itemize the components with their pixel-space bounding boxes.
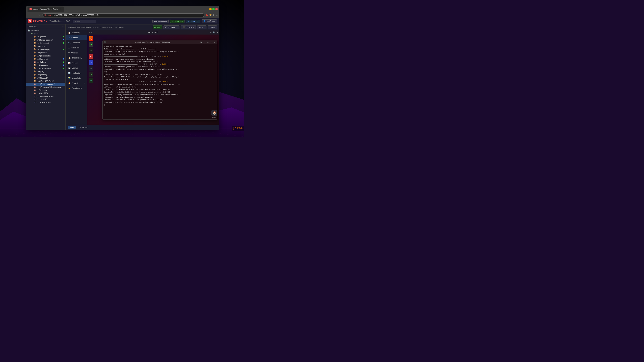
nav-item-replication[interactable]: 🔄 Replication bbox=[66, 70, 87, 75]
replication-icon: 🔄 bbox=[68, 72, 70, 74]
sidebar-item-108[interactable]: 📦 108 (TrueNAS-Scale) bbox=[26, 79, 66, 83]
extension-icon[interactable]: 🦁 bbox=[209, 14, 212, 16]
sidebar-item-datacenter[interactable]: 🏢 Datacenter bbox=[26, 29, 66, 32]
sidebar-item-118[interactable]: 🖥 118 (VM 118) bbox=[26, 92, 66, 95]
sidebar-item-109[interactable]: 📦 109 (ansible) bbox=[26, 51, 66, 54]
reload-button[interactable]: ↻ bbox=[38, 13, 41, 17]
terminal-body[interactable]: 4_x86_64.whl.metadata (14 kB) Collecting… bbox=[103, 44, 217, 119]
sidebar-item-localnetwork[interactable]: 🗄 localnetwork (ayush) bbox=[26, 95, 66, 98]
tab-close-btn[interactable]: ✕ bbox=[59, 8, 62, 10]
sidebar-item-110[interactable]: 📦 110 (zoneminder) bbox=[26, 54, 66, 57]
term-progress-2: 48.4/48.4 kB 2.2 MB/s eta 0:00:00 bbox=[104, 63, 216, 65]
sidebar-item-107[interactable]: 📦 107 (motioneye) bbox=[26, 48, 66, 51]
sidebar-item-101[interactable]: 📦 101 (dashy) bbox=[26, 35, 66, 38]
storage-label-localnetwork: localnetwork (ayush) bbox=[36, 95, 64, 97]
terminal-minimize-btn[interactable]: – bbox=[207, 41, 209, 43]
progress-bar-1 bbox=[104, 56, 138, 57]
sidebar-item-117[interactable]: 🖥 117 (Ubuntu) bbox=[26, 89, 66, 92]
nav-item-firewall[interactable]: 🔥 Firewall ▶ bbox=[66, 80, 87, 85]
tasks-tab[interactable]: Tasks bbox=[68, 126, 76, 129]
minimize-button[interactable] bbox=[209, 8, 212, 10]
create-ct-button[interactable]: + Create CT bbox=[186, 19, 200, 23]
bookmark-icon[interactable]: 🔖 bbox=[206, 14, 208, 16]
dark-app-icon-2[interactable]: ■ bbox=[89, 66, 94, 71]
help-icon-dock[interactable]: ? bbox=[89, 60, 94, 65]
help-button[interactable]: ? Help bbox=[208, 25, 217, 29]
start-button[interactable]: ▶ Start bbox=[152, 25, 162, 29]
menu-icon[interactable]: ☰ bbox=[216, 14, 218, 16]
more-button[interactable]: More ▾ bbox=[197, 25, 206, 29]
download-icon[interactable]: ⬇ bbox=[213, 14, 215, 16]
dark-app-icon-4[interactable]: ✦ bbox=[89, 78, 94, 83]
sidebar-item-local[interactable]: 🗄 local (ayush) bbox=[26, 98, 66, 101]
forward-button[interactable]: → bbox=[32, 13, 36, 17]
terminal-maximize-btn[interactable]: □ bbox=[210, 41, 212, 43]
shutdown-button[interactable]: ⏻ Shutdown ▾ bbox=[164, 25, 180, 29]
terminal-icon-dock[interactable]: ■ bbox=[89, 42, 94, 47]
ct-icon: 📦 bbox=[34, 58, 36, 60]
nav-item-snapshots[interactable]: 📸 Snapshots bbox=[66, 75, 87, 80]
console-area[interactable]: Oct 18 16:06 ⊞ 🔊 ⏻ 🦊 ■ ■ ⚙ ? bbox=[88, 30, 219, 125]
sidebar-item-116[interactable]: 📦 116 (calibre-web) bbox=[26, 67, 66, 70]
address-bar[interactable]: Not secure https://192.168.31.225:8006/#… bbox=[42, 13, 204, 17]
create-vm-button[interactable]: + Create VM bbox=[170, 19, 184, 23]
nav-item-permissions[interactable]: 🔒 Permissions bbox=[66, 85, 87, 90]
sidebar: Server View ⚙ 🏢 Datacenter 🖥 ayush 📦 101… bbox=[26, 24, 66, 130]
tab-area: P ayush - Proxmox Virtual Enviro ✕ + bbox=[28, 6, 208, 11]
summary-label: Summary bbox=[72, 32, 80, 34]
terminal-close-btn[interactable]: ✕ bbox=[214, 41, 216, 43]
node-label: ayush bbox=[34, 32, 64, 34]
nav-item-hardware[interactable]: 🔧 Hardware bbox=[66, 40, 87, 45]
nav-item-options[interactable]: ⚙ Options bbox=[66, 50, 87, 55]
dark-app-icon[interactable]: ■ bbox=[89, 48, 94, 53]
sidebar-item-113[interactable]: 📦 113 (grafana) bbox=[26, 57, 66, 60]
console-button[interactable]: ⬛ Console ▾ bbox=[181, 25, 196, 29]
nav-item-backup[interactable]: 💾 Backup bbox=[66, 65, 87, 70]
nav-item-task-history[interactable]: 📜 Task History bbox=[66, 55, 87, 60]
sidebar-item-local-lvm[interactable]: 🗄 local-lvm (ayush) bbox=[26, 101, 66, 104]
sidebar-item-115[interactable]: 📦 115 (tandoor) bbox=[26, 63, 66, 67]
sidebar-item-100[interactable]: 📦 100 (HA) bbox=[26, 70, 66, 73]
nav-item-console[interactable]: 🖥 Console bbox=[66, 35, 87, 40]
term-line-20: Downloading aiofiles-23.2.1-py3-none-any… bbox=[104, 101, 216, 104]
nav-item-monitor[interactable]: 📊 Monitor bbox=[66, 60, 87, 65]
shutdown-icon: ⏻ bbox=[165, 26, 167, 28]
sidebar-item-105[interactable]: 📦 105 (CT105) bbox=[26, 44, 66, 48]
home-icon-area[interactable]: 🏠 Home bbox=[211, 110, 217, 118]
sidebar-item-ayush[interactable]: 🖥 ayush bbox=[26, 32, 66, 35]
nav-item-summary[interactable]: 📋 Summary bbox=[66, 30, 87, 35]
settings-icon-dock[interactable]: ⚙ bbox=[89, 54, 94, 59]
back-button[interactable]: ← bbox=[28, 13, 32, 17]
term-line-14: diffusers==0.27.2->iopaint) (2.31.0) bbox=[104, 86, 216, 88]
sidebar-gear-icon[interactable]: ⚙ bbox=[62, 25, 64, 28]
sidebar-item-104[interactable]: 📦 104 (wireguard) bbox=[26, 41, 66, 44]
sidebar-item-111[interactable]: 🖥 111 (Docker-manager) bbox=[26, 83, 66, 86]
new-tab-button[interactable]: + bbox=[64, 7, 68, 11]
ct-icon: 📦 bbox=[34, 64, 36, 66]
terminal-icon-btn: ⬛ bbox=[104, 41, 106, 43]
maximize-button[interactable] bbox=[212, 8, 215, 10]
sidebar-item-112[interactable]: 🖥 112 (Copy-of-VM-Docker-manager) bbox=[26, 86, 66, 89]
sidebar-item-103[interactable]: 📦 103 (debian) bbox=[26, 73, 66, 76]
documentation-button[interactable]: Documentation bbox=[152, 19, 168, 23]
sidebar-item-106[interactable]: 📦 106 (debian2) bbox=[26, 76, 66, 79]
term-line-18: -packages (from fastapi==0.108.0->iopain… bbox=[104, 96, 216, 98]
cloudinit-label: Cloud-Init bbox=[72, 47, 79, 49]
sidebar-item-102[interactable]: 📦 102 (paperless-ngx) bbox=[26, 38, 66, 41]
status-dot-102 bbox=[63, 39, 64, 40]
browser-tab-proxmox[interactable]: P ayush - Proxmox Virtual Enviro ✕ bbox=[28, 6, 64, 11]
terminal-search-btn[interactable]: 🔍 bbox=[200, 41, 202, 43]
dark-app-icon-3[interactable]: ⟳ bbox=[89, 72, 94, 77]
terminal-menu-btn[interactable]: ≡ bbox=[204, 41, 206, 43]
taskbar-grid-icon: ⊞ bbox=[210, 31, 212, 33]
nav-item-cloudinit[interactable]: ☁ Cloud-Init bbox=[66, 45, 87, 50]
firefox-icon[interactable]: 🦊 bbox=[89, 36, 94, 41]
cluster-log-tab[interactable]: Cluster log bbox=[77, 126, 89, 129]
header-search-input[interactable] bbox=[72, 19, 96, 23]
storage-icon: 🗄 bbox=[34, 98, 36, 100]
vm-label-113: 113 (grafana) bbox=[36, 58, 62, 60]
close-button[interactable] bbox=[215, 8, 218, 10]
start-icon: ▶ bbox=[154, 26, 156, 28]
user-menu-button[interactable]: 👤 root@pam bbox=[202, 19, 217, 23]
sidebar-item-114[interactable]: 🖥 114 (trilium) bbox=[26, 60, 66, 63]
